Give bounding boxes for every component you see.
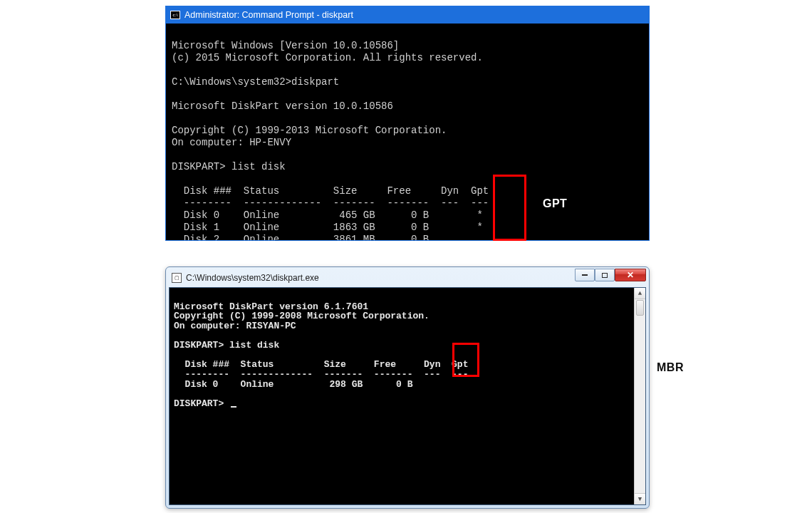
maximize-button[interactable] — [595, 269, 615, 281]
scroll-up-button[interactable]: ▲ — [635, 288, 645, 299]
console-line: Disk ### Status Size Free Dyn Gpt — [172, 185, 489, 197]
console-line: Microsoft Windows [Version 10.0.10586] — [172, 40, 399, 51]
console-line: DISKPART> list disk — [174, 340, 279, 351]
console-line: DISKPART> — [174, 398, 229, 409]
mbr-annotation: MBR — [654, 360, 687, 375]
console-line: Copyright (C) 1999-2013 Microsoft Corpor… — [172, 125, 447, 136]
console-line: Microsoft DiskPart version 10.0.10586 — [172, 100, 393, 112]
window-controls: ✕ — [575, 269, 646, 281]
cmd-icon: c:\ — [170, 11, 180, 19]
vertical-scrollbar[interactable]: ▲ ▼ — [634, 288, 645, 504]
console-output[interactable]: Microsoft DiskPart version 6.1.7601 Copy… — [170, 288, 634, 504]
close-button[interactable]: ✕ — [615, 269, 646, 281]
scroll-thumb[interactable] — [636, 300, 644, 316]
window-title: C:\Windows\system32\diskpart.exe — [186, 273, 319, 283]
console-line: C:\Windows\system32>diskpart — [172, 76, 339, 88]
console-output[interactable]: Microsoft Windows [Version 10.0.10586] (… — [166, 24, 649, 240]
gpt-annotation: GPT — [540, 196, 570, 212]
cmd-window-win10: c:\ Administrator: Command Prompt - disk… — [165, 6, 650, 241]
window-title: Administrator: Command Prompt - diskpart — [184, 10, 353, 20]
cmd-window-win7: ▢ C:\Windows\system32\diskpart.exe ✕ Mic… — [165, 266, 650, 509]
console-line: Disk 1 Online 1863 GB 0 B * — [172, 222, 483, 233]
console-line: On computer: RISYAN-PC — [174, 321, 296, 331]
console-line: -------- ------------- ------- ------- -… — [172, 197, 489, 209]
console-line: DISKPART> list disk — [172, 161, 286, 172]
titlebar[interactable]: ▢ C:\Windows\system32\diskpart.exe ✕ — [169, 270, 646, 286]
console-line: On computer: HP-ENVY — [172, 137, 291, 148]
console-line: (c) 2015 Microsoft Corporation. All righ… — [172, 52, 483, 63]
console-line: Disk 0 Online 465 GB 0 B * — [172, 209, 483, 221]
console-line: Disk 0 Online 298 GB 0 B — [174, 379, 412, 390]
scroll-down-button[interactable]: ▼ — [635, 493, 645, 504]
titlebar[interactable]: c:\ Administrator: Command Prompt - disk… — [166, 6, 649, 24]
console-line: Disk 2 Online 3861 MB 0 B — [172, 234, 429, 240]
cmd-icon: ▢ — [172, 273, 182, 283]
minimize-button[interactable] — [575, 269, 595, 281]
cursor — [231, 406, 236, 408]
scroll-track[interactable] — [635, 316, 645, 493]
console-frame: Microsoft DiskPart version 6.1.7601 Copy… — [169, 287, 646, 505]
